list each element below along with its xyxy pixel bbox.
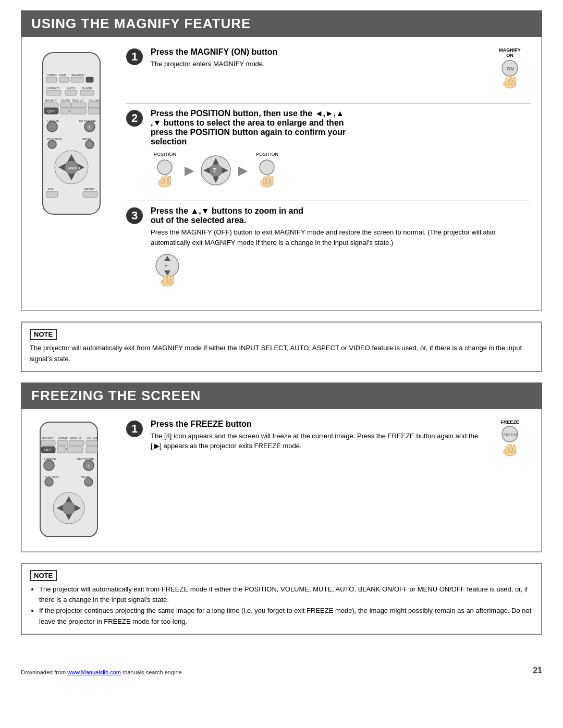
step-3-title: Press the ▲,▼ buttons to zoom in andout …	[151, 206, 531, 225]
svg-rect-59	[161, 177, 164, 184]
divider-2	[126, 201, 531, 201]
svg-rect-72	[267, 175, 270, 184]
freeze-steps-container: 1 Press the FREEZE button The [II] icon …	[126, 419, 531, 541]
step-2-title: Press the POSITION button, then use the …	[151, 109, 531, 146]
svg-rect-11	[46, 90, 61, 95]
svg-text:ON: ON	[507, 66, 514, 71]
svg-text:VOLUME: VOLUME	[87, 437, 98, 440]
position-hand-2	[253, 158, 282, 189]
freeze-step-1-desc: The [II] icon appears and the screen wil…	[151, 431, 481, 451]
footer-end-text: manuals search engine	[121, 669, 182, 675]
svg-rect-13	[80, 90, 94, 95]
step-3-content: Press the ▲,▼ buttons to zoom in andout …	[151, 206, 531, 288]
magnify-note-label: NOTE	[30, 329, 57, 340]
freeze-section-content: MAGNIFY HOME PAGE UP VOLUME END PAGE DOW…	[21, 409, 542, 552]
step-2: 2 Press the POSITION button, then use th…	[126, 109, 531, 189]
remote-illustration: VIDEO RGB SEARCH ASPECT AUTO BLANK MAGNI…	[32, 47, 116, 300]
svg-rect-7	[86, 77, 93, 82]
position-label-1: POSITION	[154, 152, 176, 157]
freeze-label: FREEZE	[500, 419, 519, 425]
magnify-section-content: VIDEO RGB SEARCH ASPECT AUTO BLANK MAGNI…	[21, 37, 542, 311]
svg-text:OFF: OFF	[47, 109, 55, 113]
freeze-hand-icon: FREEZE	[494, 425, 525, 459]
step-1-desc: The projector enters MAGNIFY mode.	[151, 59, 481, 69]
divider-1	[126, 103, 531, 104]
svg-rect-6	[71, 77, 83, 82]
svg-text:PAGE UP: PAGE UP	[72, 99, 84, 102]
freeze-remote-illustration: MAGNIFY HOME PAGE UP VOLUME END PAGE DOW…	[32, 419, 116, 541]
svg-text:FREEZE: FREEZE	[504, 433, 518, 437]
freeze-note-label: NOTE	[30, 570, 57, 581]
svg-rect-53	[506, 78, 508, 85]
magnify-on-label: MAGNIFY	[499, 47, 521, 53]
footer: Downloaded from www.Manualslib.com manua…	[0, 661, 563, 678]
svg-text:⑦: ⑦	[88, 125, 91, 130]
svg-point-113	[63, 502, 75, 514]
svg-text:OFF: OFF	[44, 448, 52, 452]
zoom-hand-icon: T	[151, 253, 185, 287]
svg-rect-61	[168, 176, 171, 184]
svg-rect-90	[86, 440, 97, 446]
freeze-note-item-1: The projector will automatically exit fr…	[39, 584, 533, 606]
svg-rect-71	[263, 177, 266, 184]
svg-text:T: T	[213, 168, 216, 174]
svg-rect-48	[46, 191, 58, 198]
svg-rect-89	[69, 440, 84, 446]
steps-container: 1 Press the MAGNIFY (ON) button The proj…	[126, 47, 531, 300]
svg-text:PAGE UP: PAGE UP	[70, 437, 82, 440]
svg-text:VOLUME: VOLUME	[89, 99, 100, 102]
svg-text:HOME: HOME	[58, 437, 68, 440]
svg-rect-96	[57, 447, 66, 453]
footer-left: Downloaded from www.Manualslib.com manua…	[21, 669, 182, 675]
svg-text:POSITION: POSITION	[44, 475, 59, 478]
arrow-right-2: ▶	[238, 163, 248, 178]
svg-rect-73	[271, 176, 273, 184]
svg-rect-27	[60, 108, 69, 114]
svg-text:⑦: ⑦	[87, 464, 90, 468]
magnify-on-label2: ON	[506, 53, 513, 58]
step-3-number: 3	[126, 207, 143, 224]
svg-rect-87	[41, 440, 55, 446]
footer-link[interactable]: www.Manualslib.com	[67, 669, 121, 675]
footer-downloaded-text: Downloaded from	[21, 669, 67, 675]
svg-text:ENTER: ENTER	[68, 166, 80, 170]
svg-point-106	[45, 478, 53, 486]
svg-text:MAGNIFY: MAGNIFY	[42, 437, 54, 440]
svg-rect-19	[60, 103, 71, 108]
svg-point-37	[48, 140, 56, 149]
svg-rect-79	[164, 276, 166, 283]
svg-rect-97	[67, 447, 83, 453]
svg-point-101	[44, 460, 54, 471]
step-1-number: 1	[126, 48, 143, 65]
svg-rect-21	[88, 103, 100, 108]
svg-rect-81	[171, 276, 174, 283]
svg-rect-28	[70, 108, 86, 114]
step-3-desc: Press the MAGNIFY (OFF) button to exit M…	[151, 227, 531, 248]
position-hand-1	[151, 158, 179, 189]
freeze-note-list: The projector will automatically exit fr…	[30, 584, 533, 627]
svg-text:RESET: RESET	[84, 188, 95, 191]
svg-text:MAGNIFY: MAGNIFY	[45, 99, 57, 102]
freeze-step-1-number: 1	[126, 421, 143, 437]
svg-text:AUTO: AUTO	[67, 87, 76, 90]
svg-rect-49	[83, 191, 97, 198]
svg-text:ASPECT: ASPECT	[47, 87, 59, 90]
svg-text:KEYSTONE: KEYSTONE	[77, 458, 94, 461]
step-2-images: POSITION ▶	[151, 152, 531, 189]
svg-rect-118	[509, 444, 512, 453]
svg-rect-55	[513, 77, 516, 85]
svg-rect-18	[44, 103, 58, 108]
svg-rect-117	[506, 446, 508, 453]
svg-rect-4	[46, 77, 57, 82]
svg-rect-88	[57, 440, 68, 446]
svg-text:SEARCH: SEARCH	[71, 73, 84, 77]
svg-point-107	[84, 478, 93, 486]
magnify-on-hand-icon: ON	[494, 58, 525, 92]
freeze-section-header: FREEZING THE SCREEN	[21, 382, 542, 409]
svg-rect-29	[88, 108, 100, 114]
svg-point-57	[157, 160, 172, 175]
svg-point-32	[47, 121, 57, 132]
svg-text:VIDEO: VIDEO	[47, 73, 57, 77]
freeze-side-image: FREEZE FREEZE	[489, 419, 531, 459]
svg-rect-54	[509, 76, 512, 85]
